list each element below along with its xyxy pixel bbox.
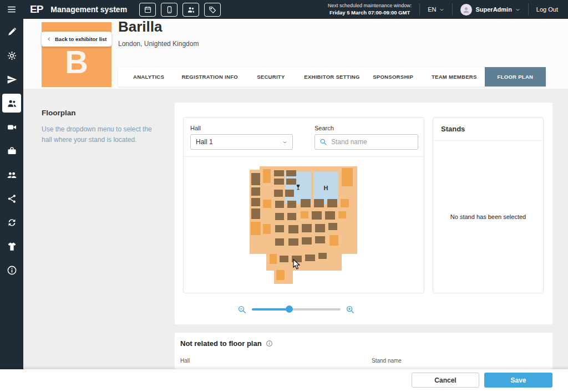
floorplan-stand[interactable] (302, 237, 312, 245)
tab-team-members[interactable]: TEAM MEMBERS (424, 67, 485, 86)
sidebar-item-settings[interactable] (2, 46, 21, 65)
cancel-button[interactable]: Cancel (412, 373, 479, 388)
floorplan-stand[interactable] (338, 211, 346, 218)
zoom-out-icon[interactable] (237, 305, 247, 314)
floorplan-map[interactable]: H (250, 166, 367, 286)
maintenance-notice: Next scheduled maintenance window: Frida… (320, 3, 419, 16)
sidebar-item-briefcase[interactable] (2, 141, 21, 160)
floorplan-stand[interactable] (286, 179, 296, 185)
floorplan-stand[interactable] (280, 256, 288, 262)
floorplan-stand[interactable] (263, 224, 271, 234)
sidebar-item-travel[interactable] (2, 70, 21, 89)
sidebar-item-merch[interactable] (2, 237, 21, 256)
floorplan-stand[interactable] (327, 199, 337, 207)
chevron-down-icon (439, 7, 444, 12)
sidebar-item-share[interactable] (2, 189, 21, 208)
floorplan-stand[interactable] (305, 254, 315, 261)
language-selector[interactable]: EN (419, 3, 452, 16)
exhibitor-name: Barilla (118, 18, 163, 35)
floorplan-stand[interactable] (301, 199, 311, 207)
floorplan-stand[interactable] (318, 253, 327, 259)
tag-button[interactable] (204, 3, 221, 17)
briefcase-icon (7, 146, 17, 156)
team-icon (7, 170, 17, 180)
floorplan-stand[interactable] (270, 254, 277, 264)
floorplan-stand[interactable] (312, 211, 322, 220)
sidebar-item-edit[interactable] (2, 22, 21, 41)
floorplan-stand[interactable] (251, 187, 260, 196)
hall-controls: Hall Hall 1 Search (184, 118, 424, 157)
sidebar-item-exhibitors[interactable] (2, 94, 21, 113)
floorplan-stand[interactable] (285, 190, 294, 197)
floorplan-stand[interactable] (287, 213, 296, 220)
zoom-slider-thumb[interactable] (286, 306, 293, 313)
floorplan-stand[interactable] (288, 238, 298, 246)
floorplan-stand[interactable] (286, 170, 296, 176)
floorplan-stand[interactable] (292, 256, 302, 262)
stands-panel-title: Stands (433, 118, 543, 141)
tab-analytics[interactable]: ANALYTICS (118, 67, 179, 86)
floorplan-stand[interactable] (301, 211, 308, 218)
floorplan-stand[interactable] (302, 224, 312, 232)
floorplan-stand[interactable] (288, 225, 298, 233)
floorplan-stand[interactable] (251, 208, 260, 219)
tab-registration-info[interactable]: REGISTRATION INFO (179, 67, 240, 86)
floorplan-stand[interactable] (315, 224, 325, 232)
floorplan-stand[interactable] (274, 170, 284, 176)
tab-security[interactable]: SECURITY (240, 67, 301, 86)
floorplan-stand[interactable] (263, 169, 271, 183)
floorplan-stand[interactable] (274, 179, 284, 185)
floorplan-stand[interactable] (314, 199, 324, 207)
floorplan-stand[interactable] (251, 222, 261, 235)
zoom-in-icon[interactable] (346, 305, 355, 314)
tab-sponsorship[interactable]: SPONSORSHIP (363, 67, 424, 86)
floorplan-stand[interactable] (287, 201, 296, 208)
logout-button[interactable]: Log Out (528, 3, 568, 16)
calendar-button[interactable] (139, 3, 156, 17)
floorplan-stand[interactable] (276, 270, 285, 280)
zoom-slider[interactable] (252, 308, 341, 310)
avatar (460, 4, 472, 16)
floorplan-stand[interactable] (263, 200, 271, 208)
floorplan-stand[interactable] (329, 235, 338, 246)
floorplan-stand[interactable] (275, 238, 284, 246)
user-icon (462, 6, 470, 14)
floorplan-stand[interactable] (275, 213, 284, 220)
stand-search-input[interactable] (331, 138, 413, 146)
media-icon (7, 122, 17, 133)
user-menu[interactable]: SuperAdmin (452, 3, 528, 16)
language-value: EN (428, 6, 436, 13)
sidebar-item-sync[interactable] (2, 213, 21, 232)
not-related-title: Not related to floor plan (180, 339, 273, 348)
section-title: Floorplan (42, 109, 76, 117)
save-button[interactable]: Save (484, 373, 552, 388)
floorplan-stand[interactable] (328, 223, 337, 230)
menu-button[interactable] (2, 0, 21, 19)
floorplan-stand[interactable] (251, 198, 260, 206)
hall-select[interactable]: Hall 1 (190, 134, 293, 150)
stands-empty-message: No stand has been selected (433, 141, 543, 293)
floorplan-stand[interactable] (274, 190, 283, 197)
back-to-exhibitor-list-button[interactable]: Back to exhibitor list (42, 32, 111, 47)
sidebar-item-info[interactable] (2, 261, 21, 279)
tab-exhibitor-setting[interactable]: EXHIBITOR SETTING (301, 67, 362, 86)
people-icon (187, 6, 195, 14)
sidebar-item-media[interactable] (2, 118, 21, 136)
people-button[interactable] (182, 3, 199, 17)
floorplan-stand[interactable] (315, 236, 325, 243)
calendar-icon (144, 6, 152, 14)
hall-select-value: Hall 1 (196, 138, 213, 146)
column-stand-name: Stand name (372, 358, 402, 364)
floorplan-stand[interactable] (342, 168, 353, 186)
floorplan-stand[interactable] (275, 201, 284, 208)
sidebar-item-team[interactable] (2, 165, 21, 184)
management-system-app: EP Management system Next scheduled main… (0, 0, 568, 392)
phone-button[interactable] (161, 3, 178, 17)
floorplan-stand[interactable] (341, 199, 349, 207)
floorplan-stand[interactable] (325, 211, 335, 220)
tab-floor-plan[interactable]: FLOOR PLAN (485, 67, 546, 86)
menu-icon (7, 4, 17, 14)
floorplan-stand[interactable] (251, 173, 260, 185)
floorplan-stand[interactable] (275, 225, 284, 232)
user-name: SuperAdmin (475, 6, 511, 13)
